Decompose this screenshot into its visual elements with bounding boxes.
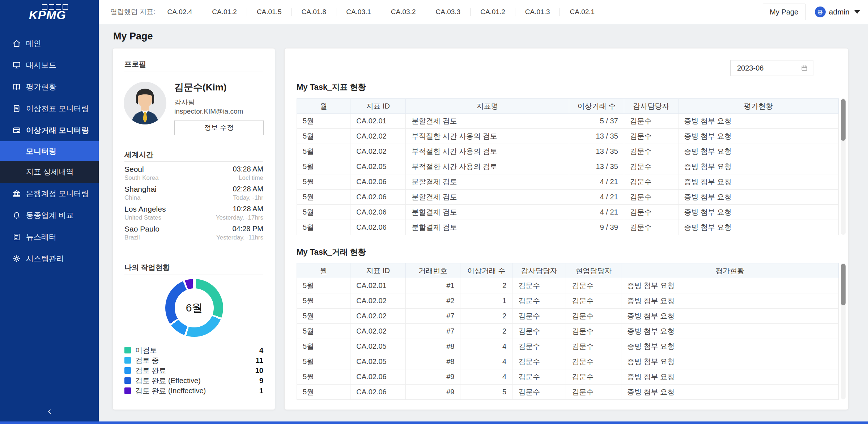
table-cell: 김문수	[624, 205, 678, 220]
legend-color-chip	[124, 357, 131, 364]
profile-name: 김문수(Kim)	[174, 81, 226, 94]
legend-value: 11	[256, 356, 263, 365]
sidebar-item-voucher-monitoring[interactable]: 이상전표 모니터링	[0, 98, 99, 119]
table-cell: CA.02.05	[350, 159, 406, 174]
table-cell: 2	[460, 309, 512, 324]
table-cell: 4 / 21	[569, 190, 624, 205]
column-header: 지표명	[406, 99, 569, 114]
sidebar-collapse-button[interactable]	[0, 404, 99, 419]
gear-icon	[12, 254, 21, 263]
legend-color-chip	[124, 347, 131, 353]
sidebar-item-label: 대시보드	[26, 60, 56, 70]
table-cell: 김문수	[624, 190, 678, 205]
scrollbar-thumb[interactable]	[841, 99, 846, 141]
work-status-legend: 미검토4검토 중11검토 완료10검토 완료 (Effective)9검토 완료…	[124, 345, 263, 396]
clock-note: Yesterday, -17hrs	[216, 214, 263, 221]
column-header: 지표 ID	[350, 263, 406, 278]
voucher-icon	[12, 104, 21, 113]
viewed-indicator[interactable]: CA.03.2	[381, 8, 426, 16]
viewed-indicator[interactable]: CA.03.1	[336, 8, 381, 16]
sidebar-item-main[interactable]: 메인	[0, 33, 99, 54]
sidebar-item-system-admin[interactable]: 시스템관리	[0, 248, 99, 270]
sidebar-item-industry-compare[interactable]: 동종업계 비교	[0, 204, 99, 226]
viewed-indicator[interactable]: CA.01.3	[515, 8, 560, 16]
profile-avatar	[124, 82, 166, 124]
table-row[interactable]: 5월CA.02.06분할결제 검토4 / 21김문수증빙 첨부 요청	[297, 174, 839, 190]
table-cell: 5월	[297, 309, 350, 324]
sidebar-item-transaction-monitoring[interactable]: 이상거래 모니터링	[0, 119, 99, 141]
scrollbar-thumb[interactable]	[841, 264, 846, 305]
table-row[interactable]: 5월CA.02.06분할결제 검토9 / 39김문수증빙 첨부 요청	[297, 220, 839, 235]
user-name: admin	[829, 8, 850, 16]
legend-item: 검토 완료10	[124, 365, 263, 376]
table-row[interactable]: 5월CA.02.02부적절한 시간 사용의 검토13 / 35김문수증빙 첨부 …	[297, 144, 839, 159]
viewed-indicator[interactable]: CA.02.4	[158, 8, 202, 16]
table-cell: 5월	[297, 190, 350, 205]
viewed-indicator[interactable]: CA.01.8	[292, 8, 336, 16]
indicator-status-table: 월지표 ID지표명이상거래 수감사담당자평가현황5월CA.02.01분할결제 검…	[297, 98, 839, 235]
viewed-indicator[interactable]: CA.01.5	[247, 8, 292, 16]
table-cell: CA.02.01	[350, 114, 406, 129]
table-cell: 증빙 첨부 요청	[678, 190, 838, 205]
table-cell: #7	[406, 324, 460, 339]
viewed-indicator[interactable]: CA.01.2	[202, 8, 247, 16]
table-cell: 증빙 첨부 요청	[678, 159, 838, 174]
sidebar-item-bank-account-monitoring[interactable]: 은행계정 모니터링	[0, 183, 99, 204]
table-cell: CA.02.02	[350, 144, 406, 159]
month-date-picker[interactable]: 2023-06	[730, 60, 813, 76]
sidebar-item-newsletter[interactable]: 뉴스레터	[0, 226, 99, 248]
divider	[124, 72, 263, 72]
table-cell: CA.02.06	[350, 385, 406, 400]
table-row[interactable]: 5월CA.02.05#84김문수김문수증빙 첨부 요청	[297, 354, 839, 369]
viewed-indicator[interactable]: CA.01.2	[471, 8, 515, 16]
table-cell: 5월	[297, 278, 350, 293]
table-row[interactable]: 5월CA.02.05#84김문수김문수증빙 첨부 요청	[297, 339, 839, 354]
user-menu[interactable]: 홍 admin	[815, 7, 860, 17]
table-row[interactable]: 5월CA.02.02부적절한 시간 사용의 검토13 / 35김문수증빙 첨부 …	[297, 129, 839, 144]
viewed-indicator[interactable]: CA.03.3	[426, 8, 471, 16]
table-cell: 김문수	[566, 324, 621, 339]
sidebar-item-evaluation-status[interactable]: 평가현황	[0, 76, 99, 98]
viewed-indicator-list: CA.02.4CA.01.2CA.01.5CA.01.8CA.03.1CA.03…	[158, 8, 605, 16]
sidebar-item-label: 뉴스레터	[26, 232, 56, 242]
table-cell: 13 / 35	[569, 144, 624, 159]
table-row[interactable]: 5월CA.02.02#72김문수김문수증빙 첨부 요청	[297, 324, 839, 339]
table-row[interactable]: 5월CA.02.02#21김문수김문수증빙 첨부 요청	[297, 293, 839, 309]
indicator-table-scrollbar	[841, 98, 846, 235]
table-cell: 5월	[297, 205, 350, 220]
table-cell: 4	[460, 354, 512, 369]
transaction-status-table: 월지표 ID거래번호이상거래 수감사담당자현업담당자평가현황5월CA.02.01…	[297, 263, 839, 400]
table-row[interactable]: 5월CA.02.01#12김문수김문수증빙 첨부 요청	[297, 278, 839, 293]
table-row[interactable]: 5월CA.02.06분할결제 검토4 / 21김문수증빙 첨부 요청	[297, 190, 839, 205]
table-row[interactable]: 5월CA.02.06#94김문수김문수증빙 첨부 요청	[297, 369, 839, 385]
edit-profile-button[interactable]: 정보 수정	[174, 120, 264, 135]
sidebar-item-indicator-details[interactable]: 지표 상세내역	[0, 161, 99, 183]
table-cell: 5	[460, 385, 512, 400]
table-row[interactable]: 5월CA.02.02#72김문수김문수증빙 첨부 요청	[297, 309, 839, 324]
table-row[interactable]: 5월CA.02.06분할결제 검토4 / 21김문수증빙 첨부 요청	[297, 205, 839, 220]
table-cell: 김문수	[624, 144, 678, 159]
clock-note: Locl time	[239, 174, 263, 182]
table-cell: 증빙 첨부 요청	[678, 129, 838, 144]
table-row[interactable]: 5월CA.02.06#95김문수김문수증빙 첨부 요청	[297, 385, 839, 400]
sidebar-item-label: 평가현황	[26, 82, 56, 92]
clock-time: 02:28 AM	[233, 185, 263, 193]
table-cell: CA.02.06	[350, 174, 406, 190]
world-clock-row: Sao PauloBrazil04:28 PMYesterday, -11hrs	[124, 225, 263, 245]
work-status-donut-chart: 6월	[165, 279, 223, 337]
table-cell: 5월	[297, 324, 350, 339]
legend-label: 미검토	[135, 345, 157, 355]
viewed-indicator[interactable]: CA.02.1	[560, 8, 604, 16]
table-cell: 증빙 첨부 요청	[621, 339, 839, 354]
sidebar-item-label: 이상거래 모니터링	[26, 125, 89, 135]
book-icon	[12, 82, 21, 92]
news-icon	[12, 232, 21, 242]
my-page-button[interactable]: My Page	[763, 4, 805, 20]
table-cell: 2	[460, 324, 512, 339]
bell-icon	[12, 211, 21, 220]
sidebar-item-dashboard[interactable]: 대시보드	[0, 54, 99, 76]
sidebar-item-monitoring[interactable]: 모니터링	[0, 141, 99, 161]
legend-value: 9	[259, 377, 263, 385]
table-row[interactable]: 5월CA.02.01분할결제 검토5 / 37김문수증빙 첨부 요청	[297, 114, 839, 129]
table-row[interactable]: 5월CA.02.05부적절한 시간 사용의 검토13 / 35김문수증빙 첨부 …	[297, 159, 839, 174]
